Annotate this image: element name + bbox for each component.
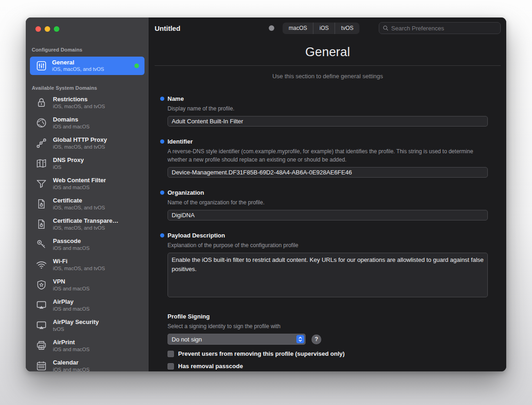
- popup-chevrons-icon: [296, 335, 304, 343]
- identifier-description: A reverse-DNS style identifier (com.exam…: [168, 147, 480, 164]
- name-input[interactable]: [168, 116, 488, 127]
- identifier-section: Identifier A reverse-DNS style identifie…: [168, 138, 488, 178]
- organization-description: Name of the organization for the profile…: [168, 198, 480, 207]
- sidebar-item-wifi[interactable]: Wi-FiiOS, macOS, and tvOS: [26, 255, 149, 275]
- profile-signing-section: Profile Signing Select a signing identit…: [168, 313, 488, 370]
- key-icon: [35, 238, 47, 250]
- profile-signing-label: Profile Signing: [168, 313, 488, 320]
- search-icon: [382, 25, 389, 31]
- organization-label: Organization: [168, 189, 488, 196]
- page-title: General: [149, 45, 506, 59]
- main-panel: Untitled macOS iOS tvOS General Use this…: [149, 17, 506, 371]
- sidebar-item-title: AirPlay Security: [53, 318, 99, 326]
- search-field[interactable]: [379, 22, 501, 34]
- sidebar-item-airprint[interactable]: AirPrintiOS and macOS: [26, 336, 149, 356]
- sidebar-item-airplay-security[interactable]: AirPlay SecuritytvOS: [26, 315, 149, 336]
- sidebar-item-title: Certificate Transpare…: [53, 217, 118, 225]
- sidebar-item-subtitle: iOS, macOS, and tvOS: [53, 225, 118, 231]
- identifier-input[interactable]: [168, 167, 488, 178]
- available-domains-header: Available System Domains: [26, 85, 149, 91]
- has-removal-passcode-label: Has removal passcode: [178, 363, 243, 370]
- shield-star-icon: [35, 279, 47, 291]
- nodes-icon: [35, 137, 47, 149]
- sidebar-item-vpn[interactable]: VPNiOS and macOS: [26, 275, 149, 295]
- name-label: Name: [168, 95, 488, 102]
- sidebar-item-subtitle: iOS and macOS: [53, 346, 89, 353]
- sidebar-item-title: Certificate: [53, 197, 105, 204]
- globe-icon: [35, 117, 47, 129]
- sidebar-item-dns-proxy[interactable]: DNS ProxyiOS: [26, 153, 149, 174]
- sidebar-item-title: AirPrint: [53, 339, 89, 346]
- sidebar-item-title: Restrictions: [53, 96, 105, 103]
- toolbar: Untitled macOS iOS tvOS: [149, 17, 506, 39]
- sidebar-item-web-content-filter[interactable]: Web Content FilteriOS and macOS: [26, 174, 149, 194]
- help-button[interactable]: ?: [312, 335, 321, 344]
- name-description: Display name of the profile.: [168, 104, 480, 113]
- sidebar-item-title: DNS Proxy: [53, 156, 84, 164]
- map-icon: [35, 157, 47, 169]
- sidebar-item-title: VPN: [53, 278, 89, 285]
- field-set-indicator: [160, 97, 164, 101]
- calendar-icon: [35, 360, 47, 371]
- sidebar-item-global-http-proxy[interactable]: Global HTTP ProxyiOS, macOS, and tvOS: [26, 133, 149, 153]
- payload-description-description: Explanation of the purpose of the config…: [168, 241, 480, 249]
- field-set-indicator: [160, 139, 164, 144]
- prevent-removal-checkbox[interactable]: [168, 351, 174, 357]
- field-set-indicator: [160, 191, 164, 195]
- sidebar-item-subtitle: iOS and macOS: [53, 184, 106, 191]
- sidebar-item-subtitle: iOS, macOS, and tvOS: [53, 144, 107, 150]
- sidebar-item-subtitle: iOS and macOS: [53, 306, 89, 312]
- minimize-window-button[interactable]: [45, 26, 50, 32]
- payload-description-label: Payload Description: [168, 232, 488, 239]
- certificate-lock-icon: [35, 198, 47, 210]
- zoom-window-button[interactable]: [54, 26, 59, 32]
- sidebar-item-calendar[interactable]: CalendariOS and macOS: [26, 356, 149, 371]
- platform-segmented-control: macOS iOS tvOS: [283, 23, 359, 34]
- close-window-button[interactable]: [35, 26, 41, 32]
- configured-domains-header: Configured Domains: [26, 47, 149, 52]
- sidebar-item-title: AirPlay: [53, 298, 89, 306]
- desktop-background: Configured Domains General iOS, macOS, a…: [0, 0, 532, 405]
- configured-indicator: [134, 64, 139, 68]
- sidebar-item-subtitle: iOS and macOS: [53, 123, 89, 130]
- payload-description-textarea[interactable]: Enable the iOS built-in filter to restri…: [168, 253, 488, 297]
- name-section: Name Display name of the profile.: [168, 95, 488, 127]
- sidebar-item-restrictions[interactable]: RestrictionsiOS, macOS, and tvOS: [26, 93, 149, 113]
- sidebar-item-title: General: [52, 59, 130, 66]
- sidebar-item-certificate[interactable]: CertificateiOS, macOS, and tvOS: [26, 194, 149, 214]
- sidebar-item-title: Domains: [53, 116, 89, 123]
- divider: [155, 65, 501, 66]
- sidebar-item-certificate-transparency[interactable]: Certificate Transpare…iOS, macOS, and tv…: [26, 214, 149, 234]
- signing-identity-value: Do not sign: [172, 336, 202, 343]
- sidebar-item-title: Web Content Filter: [53, 177, 106, 184]
- segment-ios[interactable]: iOS: [313, 23, 335, 34]
- sidebar-item-title: Wi-Fi: [53, 258, 105, 265]
- window-controls: [26, 17, 149, 32]
- page-subtitle: Use this section to define general setti…: [149, 73, 506, 80]
- sidebar-item-passcode[interactable]: PasscodeiOS and macOS: [26, 234, 149, 255]
- organization-input[interactable]: [168, 210, 488, 220]
- search-input[interactable]: [391, 25, 497, 32]
- field-set-indicator: [160, 233, 164, 237]
- prevent-removal-label: Prevent users from removing this profile…: [178, 350, 345, 357]
- funnel-icon: [35, 178, 47, 190]
- sidebar-item-subtitle: tvOS: [53, 326, 99, 332]
- sidebar-item-subtitle: iOS, macOS, and tvOS: [53, 103, 105, 110]
- segment-tvos[interactable]: tvOS: [335, 23, 359, 34]
- sidebar-item-subtitle: iOS and macOS: [53, 285, 89, 292]
- airplay-icon: [35, 319, 47, 331]
- has-removal-passcode-checkbox[interactable]: [168, 363, 174, 370]
- sidebar-item-subtitle: iOS: [53, 164, 84, 170]
- wifi-icon: [35, 259, 47, 271]
- general-form: Name Display name of the profile. Identi…: [149, 80, 506, 371]
- sidebar-item-general[interactable]: General iOS, macOS, and tvOS: [30, 57, 145, 75]
- lock-icon: [35, 97, 47, 109]
- sidebar-item-domains[interactable]: DomainsiOS and macOS: [26, 113, 149, 133]
- sidebar-item-title: Global HTTP Proxy: [53, 136, 107, 144]
- sidebar-item-airplay[interactable]: AirPlayiOS and macOS: [26, 295, 149, 315]
- organization-section: Organization Name of the organization fo…: [168, 189, 488, 220]
- segment-macos[interactable]: macOS: [283, 23, 313, 34]
- signing-identity-popup[interactable]: Do not sign: [168, 334, 306, 345]
- sidebar-item-subtitle: iOS, macOS, and tvOS: [53, 204, 105, 211]
- payload-description-section: Payload Description Explanation of the p…: [168, 232, 488, 297]
